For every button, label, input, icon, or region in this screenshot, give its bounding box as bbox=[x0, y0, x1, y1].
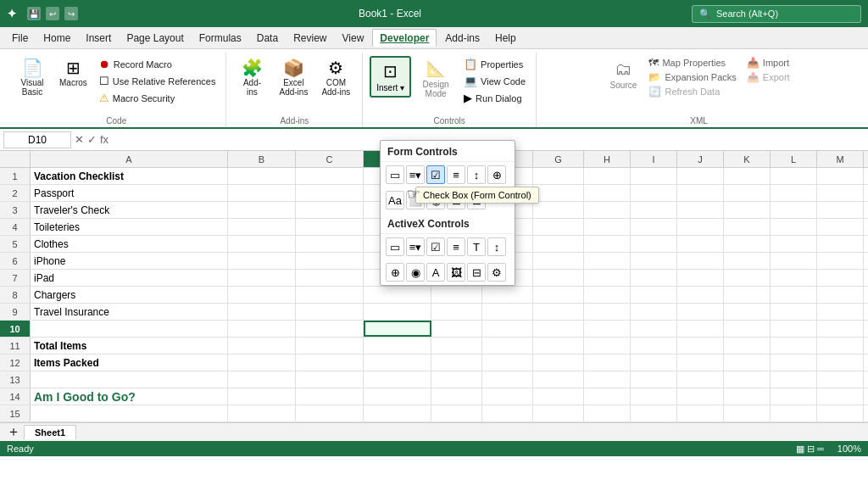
cell-l7[interactable] bbox=[771, 270, 817, 286]
com-add-ins-button[interactable]: ⚙ COMAdd-ins bbox=[316, 56, 355, 100]
cell-g5[interactable] bbox=[533, 236, 584, 252]
cell-m10[interactable] bbox=[817, 321, 864, 337]
cell-a8[interactable]: Chargers bbox=[31, 287, 228, 303]
ax-text-icon[interactable]: T bbox=[467, 237, 486, 256]
form-checkbox-icon[interactable]: ☑ bbox=[426, 165, 445, 184]
cell-e15[interactable] bbox=[431, 405, 482, 421]
menu-file[interactable]: File bbox=[5, 30, 35, 47]
menu-developer[interactable]: Developer bbox=[372, 29, 437, 47]
cell-c1[interactable] bbox=[296, 168, 364, 184]
cell-c6[interactable] bbox=[296, 253, 364, 269]
cell-a6[interactable]: iPhone bbox=[31, 253, 228, 269]
cell-m12[interactable] bbox=[817, 354, 864, 371]
form-button-icon[interactable]: ▭ bbox=[386, 165, 404, 184]
cell-i6[interactable] bbox=[631, 253, 677, 269]
cell-l2[interactable] bbox=[771, 185, 817, 201]
menu-page-layout[interactable]: Page Layout bbox=[120, 30, 190, 47]
cell-c7[interactable] bbox=[296, 270, 364, 286]
col-header-g[interactable]: G bbox=[533, 151, 584, 167]
menu-formulas[interactable]: Formulas bbox=[192, 30, 248, 47]
cell-h4[interactable] bbox=[584, 219, 631, 235]
ax-toggle-icon[interactable]: ⊟ bbox=[467, 263, 486, 282]
cell-f12[interactable] bbox=[482, 354, 533, 371]
cell-f10[interactable] bbox=[482, 321, 533, 337]
menu-review[interactable]: Review bbox=[287, 30, 333, 47]
cell-i8[interactable] bbox=[631, 287, 677, 303]
cell-j11[interactable] bbox=[677, 338, 724, 354]
cell-j4[interactable] bbox=[677, 219, 724, 235]
add-sheet-button[interactable]: ＋ bbox=[7, 423, 20, 441]
cell-b12[interactable] bbox=[228, 354, 296, 371]
cell-m2[interactable] bbox=[817, 185, 864, 201]
cell-l12[interactable] bbox=[771, 354, 817, 371]
cell-g10[interactable] bbox=[533, 321, 584, 337]
cell-l6[interactable] bbox=[771, 253, 817, 269]
save-icon[interactable]: 💾 bbox=[27, 7, 41, 20]
cell-i11[interactable] bbox=[631, 338, 677, 354]
cell-m4[interactable] bbox=[817, 219, 864, 235]
cell-a10[interactable] bbox=[31, 321, 228, 337]
cell-k3[interactable] bbox=[724, 202, 771, 218]
cell-j1[interactable] bbox=[677, 168, 724, 184]
cell-g2[interactable] bbox=[533, 185, 584, 201]
cell-m5[interactable] bbox=[817, 236, 864, 252]
run-dialog-button[interactable]: ▶ Run Dialog bbox=[460, 90, 529, 106]
form-label-icon[interactable]: Aa bbox=[386, 191, 404, 209]
cell-l4[interactable] bbox=[771, 219, 817, 235]
col-header-i[interactable]: I bbox=[631, 151, 677, 167]
cell-h8[interactable] bbox=[584, 287, 631, 303]
cell-d10[interactable] bbox=[364, 321, 431, 337]
cell-c2[interactable] bbox=[296, 185, 364, 201]
cell-k4[interactable] bbox=[724, 219, 771, 235]
cell-c8[interactable] bbox=[296, 287, 364, 303]
cell-g12[interactable] bbox=[533, 354, 584, 371]
cell-b7[interactable] bbox=[228, 270, 296, 286]
cell-h15[interactable] bbox=[584, 405, 631, 421]
ax-checkbox-icon[interactable]: ☑ bbox=[426, 237, 445, 256]
macro-security-button[interactable]: ⚠ Macro Security bbox=[96, 90, 220, 106]
cell-l5[interactable] bbox=[771, 236, 817, 252]
cell-c9[interactable] bbox=[296, 304, 364, 320]
cell-l9[interactable] bbox=[771, 304, 817, 320]
cell-j5[interactable] bbox=[677, 236, 724, 252]
add-ins-button[interactable]: 🧩 Add-ins bbox=[233, 56, 270, 100]
insert-button[interactable]: ⊡ Insert ▾ bbox=[370, 56, 411, 98]
menu-view[interactable]: View bbox=[336, 30, 371, 47]
col-header-j[interactable]: J bbox=[677, 151, 724, 167]
cell-g3[interactable] bbox=[533, 202, 584, 218]
cell-h12[interactable] bbox=[584, 354, 631, 371]
cell-b9[interactable] bbox=[228, 304, 296, 320]
cell-l8[interactable] bbox=[771, 287, 817, 303]
ax-combo-icon[interactable]: ≡▾ bbox=[406, 237, 425, 256]
cell-k6[interactable] bbox=[724, 253, 771, 269]
cell-k5[interactable] bbox=[724, 236, 771, 252]
cell-f15[interactable] bbox=[482, 405, 533, 421]
cell-e8[interactable] bbox=[431, 287, 482, 303]
cell-c13[interactable] bbox=[296, 371, 364, 388]
cell-l10[interactable] bbox=[771, 321, 817, 337]
cell-h5[interactable] bbox=[584, 236, 631, 252]
record-macro-button[interactable]: ⏺ Record Macro bbox=[96, 56, 220, 72]
cell-c15[interactable] bbox=[296, 405, 364, 421]
cell-a9[interactable]: Travel Insurance bbox=[31, 304, 228, 320]
redo-icon[interactable]: ↪ bbox=[64, 7, 78, 20]
cell-a11[interactable]: Total Items bbox=[31, 338, 228, 354]
cell-g1[interactable] bbox=[533, 168, 584, 184]
cell-m11[interactable] bbox=[817, 338, 864, 354]
ax-radio-icon[interactable]: ◉ bbox=[406, 263, 425, 282]
cell-k1[interactable] bbox=[724, 168, 771, 184]
cell-e10[interactable] bbox=[431, 321, 482, 337]
cell-j8[interactable] bbox=[677, 287, 724, 303]
cell-h3[interactable] bbox=[584, 202, 631, 218]
cell-g7[interactable] bbox=[533, 270, 584, 286]
cell-e14[interactable] bbox=[431, 388, 482, 405]
cell-a2[interactable]: Passport bbox=[31, 185, 228, 201]
cell-g14[interactable] bbox=[533, 388, 584, 405]
cell-d9[interactable] bbox=[364, 304, 431, 320]
cell-a5[interactable]: Clothes bbox=[31, 236, 228, 252]
cell-b11[interactable] bbox=[228, 338, 296, 354]
cell-b14[interactable] bbox=[228, 388, 296, 405]
col-header-k[interactable]: K bbox=[724, 151, 771, 167]
col-header-m[interactable]: M bbox=[817, 151, 864, 167]
sheet-tab-sheet1[interactable]: Sheet1 bbox=[24, 425, 76, 439]
